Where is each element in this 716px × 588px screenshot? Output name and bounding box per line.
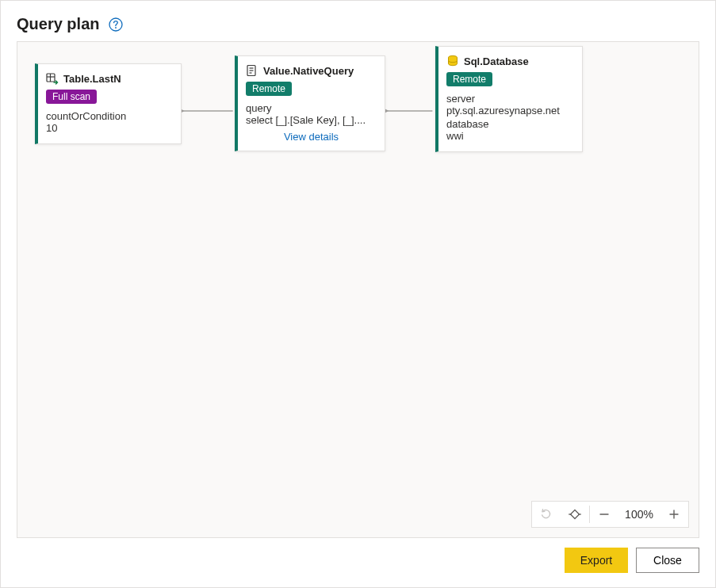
database-icon xyxy=(446,55,459,67)
node-header: Table.LastN xyxy=(46,72,173,85)
fit-to-screen-button[interactable] xyxy=(561,502,589,527)
zoom-percent: 100% xyxy=(618,508,660,521)
node-value-nativequery[interactable]: Value.NativeQuery Remote query select [_… xyxy=(235,55,385,151)
field-value: select [_].[Sale Key], [_].... xyxy=(246,114,377,126)
field-server-label: server xyxy=(446,93,574,105)
dialog-title: Query plan xyxy=(17,15,99,33)
badge-remote: Remote xyxy=(246,82,292,96)
reset-view-button[interactable] xyxy=(532,502,561,527)
reset-icon xyxy=(540,508,553,521)
node-table-lastn[interactable]: Table.LastN Full scan countOrCondition 1… xyxy=(35,63,182,144)
field-label: query xyxy=(246,102,377,114)
dialog-header: Query plan xyxy=(17,15,699,33)
node-title: Table.LastN xyxy=(63,73,121,85)
zoom-in-button[interactable] xyxy=(660,502,688,527)
field-server-value: pty.sql.azuresynapse.net xyxy=(446,105,574,116)
help-icon[interactable] xyxy=(109,17,123,32)
field-database-label: database xyxy=(446,118,574,130)
field-label: countOrCondition xyxy=(46,110,173,122)
badge-fullscan: Full scan xyxy=(46,90,97,104)
node-header: Sql.Database xyxy=(446,55,574,67)
query-plan-dialog: Query plan xyxy=(0,0,716,588)
close-button[interactable]: Close xyxy=(636,548,699,573)
zoom-out-button[interactable] xyxy=(590,502,618,527)
export-button[interactable]: Export xyxy=(565,548,628,573)
node-header: Value.NativeQuery xyxy=(246,64,377,77)
node-title: Value.NativeQuery xyxy=(263,65,354,77)
query-plan-canvas[interactable]: Table.LastN Full scan countOrCondition 1… xyxy=(17,41,699,538)
table-lastn-icon xyxy=(46,72,59,85)
field-database-value: wwi xyxy=(446,130,574,142)
minus-icon xyxy=(598,508,611,521)
badge-remote: Remote xyxy=(446,72,492,86)
native-query-icon xyxy=(246,64,258,77)
dialog-footer: Export Close xyxy=(17,548,699,573)
zoom-toolbar: 100% xyxy=(531,501,689,528)
field-value: 10 xyxy=(46,122,173,134)
node-title: Sql.Database xyxy=(464,55,529,67)
view-details-link[interactable]: View details xyxy=(246,131,377,143)
node-sql-database[interactable]: Sql.Database Remote server pty.sql.azure… xyxy=(435,46,583,152)
svg-point-1 xyxy=(116,27,117,29)
fit-icon xyxy=(568,508,582,521)
plus-icon xyxy=(668,508,680,521)
